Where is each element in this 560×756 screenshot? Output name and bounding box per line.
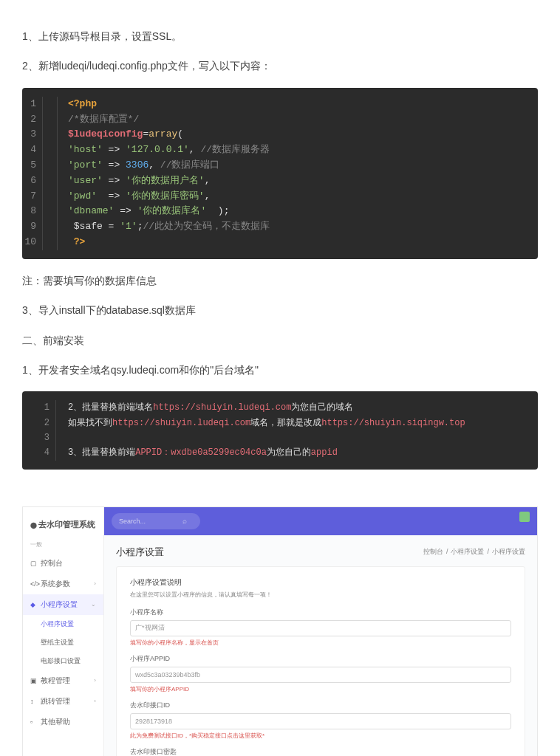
- sidebar-group-general: 一般: [23, 540, 103, 553]
- step-2: 2、新增ludeqi/ludeqi.config.php文件，写入以下内容：: [22, 58, 538, 74]
- step-note: 注：需要填写你的数据库信息: [22, 272, 538, 289]
- sidebar-sub-wallpaper[interactable]: 壁纸主设置: [23, 633, 103, 652]
- chevron-right-icon: ›: [94, 580, 96, 587]
- search-input[interactable]: [119, 518, 178, 525]
- shield-icon: ◆: [30, 601, 41, 608]
- help-icon: ▫: [30, 718, 41, 726]
- link-icon: ↕: [30, 698, 41, 705]
- input-appid[interactable]: [130, 667, 511, 683]
- sidebar-sub-movie[interactable]: 电影接口设置: [23, 652, 103, 670]
- chevron-down-icon: ⌄: [91, 601, 96, 608]
- sidebar-item-console[interactable]: ▢控制台: [23, 553, 103, 574]
- input-qsy-id[interactable]: [130, 713, 511, 729]
- search-box[interactable]: ⌕: [112, 513, 200, 529]
- topbar: ⌕: [104, 507, 537, 535]
- step-1: 1、上传源码导根目录，设置SSL。: [22, 28, 538, 44]
- code-icon: </>: [30, 580, 41, 588]
- label-mp-name: 小程序名称: [130, 608, 511, 617]
- breadcrumb-minip[interactable]: 小程序设置: [451, 548, 484, 555]
- book-icon: ▣: [30, 677, 41, 684]
- breadcrumb-current: 小程序设置: [492, 548, 525, 555]
- breadcrumb: 控制台/小程序设置/小程序设置: [423, 547, 525, 557]
- label-qsy-id: 去水印接口ID: [130, 701, 511, 710]
- label-qsy-key: 去水印接口密匙: [130, 747, 511, 756]
- section-desc-title: 小程序设置说明: [130, 577, 511, 588]
- monitor-icon: ▢: [30, 560, 41, 567]
- page-title: 小程序设置: [116, 546, 164, 559]
- sidebar-item-miniprogram[interactable]: ◆小程序设置⌄: [23, 594, 103, 615]
- sidebar-item-tutorial[interactable]: ▣教程管理›: [23, 670, 103, 691]
- step-4: 1、开发者安全域名qsy.ludeqi.com和你的"后台域名": [22, 362, 538, 378]
- settings-card: 小程序设置说明 在这里您可以设置小程序的信息，请认真填写每一项！ 小程序名称 填…: [116, 566, 525, 756]
- sidebar-item-jump[interactable]: ↕跳转管理›: [23, 691, 103, 712]
- hint-appid: 填写你的小程序APPID: [130, 685, 511, 693]
- brand-title: 去水印管理系统: [23, 515, 103, 540]
- label-appid: 小程序APPID: [130, 654, 511, 664]
- code-block-php: 1<?php 2/*数据库配置*/ 3$ludeqiconfig=array( …: [22, 88, 538, 259]
- avatar[interactable]: [519, 512, 530, 522]
- section-desc-sub: 在这里您可以设置小程序的信息，请认真填写每一项！: [130, 591, 511, 599]
- step-3: 3、导入install下的database.sql数据库: [22, 302, 538, 318]
- sidebar-sub-miniprogram-settings[interactable]: 小程序设置: [23, 615, 103, 633]
- hint-qsy-id: 此为免费测试接口ID，*购买稳定接口点击这里获取*: [130, 732, 511, 740]
- hint-mp-name: 填写你的小程序名称，显示在首页: [130, 639, 511, 647]
- input-mp-name[interactable]: [130, 620, 511, 636]
- sidebar: 去水印管理系统 一般 ▢控制台 </>系统参数› ◆小程序设置⌄ 小程序设置 壁…: [23, 507, 104, 756]
- breadcrumb-console[interactable]: 控制台: [423, 548, 443, 555]
- heading-frontend: 二、前端安装: [22, 332, 538, 348]
- code-block-replace: 12、批量替换前端域名https://shuiyin.ludeqi.com为您自…: [22, 391, 538, 470]
- search-icon[interactable]: ⌕: [182, 517, 187, 525]
- admin-screenshot: 去水印管理系统 一般 ▢控制台 </>系统参数› ◆小程序设置⌄ 小程序设置 壁…: [22, 506, 538, 756]
- sidebar-item-other[interactable]: ▫其他帮助: [23, 712, 103, 732]
- sidebar-item-sysparam[interactable]: </>系统参数›: [23, 574, 103, 594]
- chevron-right-icon: ›: [94, 698, 96, 704]
- chevron-right-icon: ›: [94, 677, 96, 684]
